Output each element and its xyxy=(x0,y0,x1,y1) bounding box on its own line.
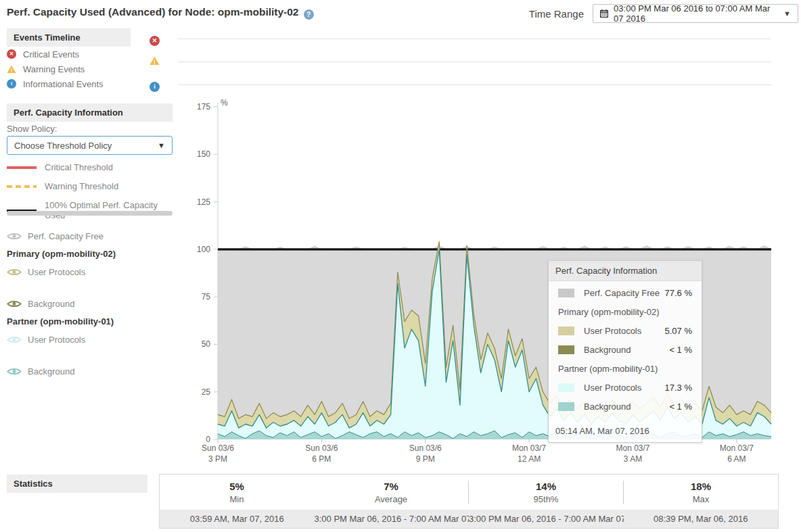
toggle-label: User Protocols xyxy=(28,267,85,277)
threshold-label: 100% Optimal Perf. Capacity Used xyxy=(45,200,173,220)
x-tick-label: 3 AM xyxy=(624,454,642,464)
series-swatch xyxy=(558,383,574,392)
stat-label: Min xyxy=(160,494,314,504)
x-tick-label: Sun 03/6 xyxy=(305,443,338,453)
info-event-icon: i xyxy=(7,79,16,89)
tooltip-group-label: Primary (opm-mobility-02) xyxy=(558,307,692,317)
lane-critical xyxy=(178,39,771,39)
y-tick-label: 50 xyxy=(202,339,211,349)
svg-text:!: ! xyxy=(11,67,13,73)
warning-event-icon: ! xyxy=(7,65,16,74)
tooltip-series-label: Background xyxy=(584,345,631,355)
x-tick-label: 6 PM xyxy=(312,454,331,464)
info-event-icon: i xyxy=(150,82,160,92)
x-tick-label: Mon 03/7 xyxy=(720,443,754,453)
toggle-partner-background[interactable]: Background xyxy=(7,366,173,377)
capacity-chart[interactable]: 0255075100125150175%Sun 03/63 PMSun 03/6… xyxy=(176,95,801,466)
stat-95th-: 14%95th% xyxy=(468,481,623,504)
statistics-table: 5%Min7%Average14%95th%18%Max 03:59 AM, M… xyxy=(159,474,779,529)
x-tick-label: 12 AM xyxy=(518,454,541,464)
stat-average: 7%Average xyxy=(314,481,468,504)
tooltip-series-value: 77.6 % xyxy=(665,288,692,298)
threshold-policy-value: Choose Threshold Policy xyxy=(14,141,112,151)
tooltip-row: Perf. Capacity Free77.6 % xyxy=(558,288,692,298)
legend-threshold: Warning Threshold xyxy=(7,181,173,191)
tooltip-timestamp: 05:14 AM, Mar 07, 2016 xyxy=(549,423,702,442)
stat-value: 18% xyxy=(624,481,778,492)
toggle-primary-user-protocols[interactable]: User Protocols xyxy=(7,266,173,277)
stat-period: 3:00 PM Mar 06, 2016 - 7:00 AM Mar 07, 2… xyxy=(315,514,470,524)
legend-critical-events: ✕Critical Events xyxy=(7,49,156,59)
threshold-label: Critical Threshold xyxy=(45,162,113,172)
tooltip-row: User Protocols17.3 % xyxy=(558,383,692,393)
capacity-panel-header: Perf. Capacity Information xyxy=(7,103,173,122)
toggle-label: Background xyxy=(28,299,74,309)
toggle-partner-user-protocols[interactable]: User Protocols xyxy=(7,334,173,345)
lane-icon-info: i xyxy=(150,79,160,92)
legend-label: Critical Events xyxy=(23,49,79,59)
legend-label: Informational Events xyxy=(23,79,104,89)
page-title: Perf. Capacity Used (Advanced) for Node:… xyxy=(7,6,314,20)
lane-info xyxy=(178,84,771,85)
lane-icon-warning: ! xyxy=(150,56,160,68)
stat-label: 95th% xyxy=(469,494,623,504)
series-swatch xyxy=(558,345,574,354)
toggle-label: Perf. Capacity Free xyxy=(28,231,104,241)
stat-value: 7% xyxy=(314,481,468,492)
tooltip-series-value: < 1 % xyxy=(669,402,692,412)
tooltip-series-value: 5.07 % xyxy=(665,326,692,336)
tooltip-series-label: User Protocols xyxy=(584,326,641,336)
threshold-line-swatch xyxy=(7,166,37,169)
tooltip-row: User Protocols5.07 % xyxy=(558,326,692,336)
calendar-icon xyxy=(600,9,608,18)
toggle-primary-background[interactable]: Background xyxy=(7,298,173,309)
stat-period: 03:59 AM, Mar 07, 2016 xyxy=(160,514,315,524)
eye-icon xyxy=(7,335,22,344)
chevron-down-icon: ▼ xyxy=(783,9,791,18)
y-tick-label: 25 xyxy=(202,387,211,397)
warning-event-icon: ! xyxy=(150,56,160,66)
tooltip-group-label: Partner (opm-mobility-01) xyxy=(558,364,692,374)
series-swatch xyxy=(558,402,574,411)
time-range-selector[interactable]: 03:00 PM Mar 06 2016 to 07:00 AM Mar 07 … xyxy=(593,4,798,23)
series-group-label: Primary (opm-mobility-02) xyxy=(7,249,173,259)
page-title-text: Perf. Capacity Used (Advanced) for Node:… xyxy=(7,6,299,18)
x-tick-label: Sun 03/6 xyxy=(202,443,234,453)
tooltip-series-value: < 1 % xyxy=(669,345,692,355)
lane-icon-critical: ✕ xyxy=(150,33,160,46)
eye-icon xyxy=(7,299,22,308)
x-tick-label: Mon 03/7 xyxy=(616,443,649,453)
series-toggles: Perf. Capacity FreePrimary (opm-mobility… xyxy=(7,224,173,383)
tooltip-series-value: 17.3 % xyxy=(665,383,692,393)
chevron-down-icon: ▼ xyxy=(158,141,165,149)
legend-threshold: 100% Optimal Perf. Capacity Used xyxy=(7,200,173,220)
stat-label: Max xyxy=(624,494,778,504)
tooltip-series-label: Perf. Capacity Free xyxy=(584,288,660,298)
x-tick-label: Sun 03/6 xyxy=(409,443,442,453)
tooltip-series-label: User Protocols xyxy=(584,383,641,393)
toggle-label: User Protocols xyxy=(28,335,85,345)
x-tick-label: 9 PM xyxy=(416,454,435,464)
stat-value: 14% xyxy=(469,481,623,492)
toggle-label: Background xyxy=(28,366,74,377)
statistics-values-row: 5%Min7%Average14%95th%18%Max xyxy=(160,475,778,510)
stat-min: 5%Min xyxy=(160,481,314,504)
eye-icon xyxy=(7,232,22,241)
critical-event-icon: ✕ xyxy=(150,36,160,46)
stat-label: Average xyxy=(314,494,468,504)
y-tick-label: 75 xyxy=(202,292,211,301)
stat-period: 08:39 PM, Mar 06, 2016 xyxy=(624,514,779,524)
sidebar-scrollbar[interactable] xyxy=(7,211,173,216)
lane-warning xyxy=(178,62,771,62)
series-swatch xyxy=(558,289,574,297)
threshold-policy-dropdown[interactable]: Choose Threshold Policy ▼ xyxy=(7,136,173,155)
y-axis-unit: % xyxy=(221,98,228,107)
help-icon[interactable]: ? xyxy=(304,9,314,20)
capacity-chart-svg[interactable]: 0255075100125150175%Sun 03/63 PMSun 03/6… xyxy=(176,95,801,466)
svg-text:!: ! xyxy=(154,59,156,66)
tooltip-series-label: Background xyxy=(584,402,631,412)
series-swatch xyxy=(558,327,574,335)
eye-icon xyxy=(7,268,22,276)
toggle-perf-capacity-free[interactable]: Perf. Capacity Free xyxy=(7,231,173,241)
y-tick-label: 150 xyxy=(197,149,210,159)
